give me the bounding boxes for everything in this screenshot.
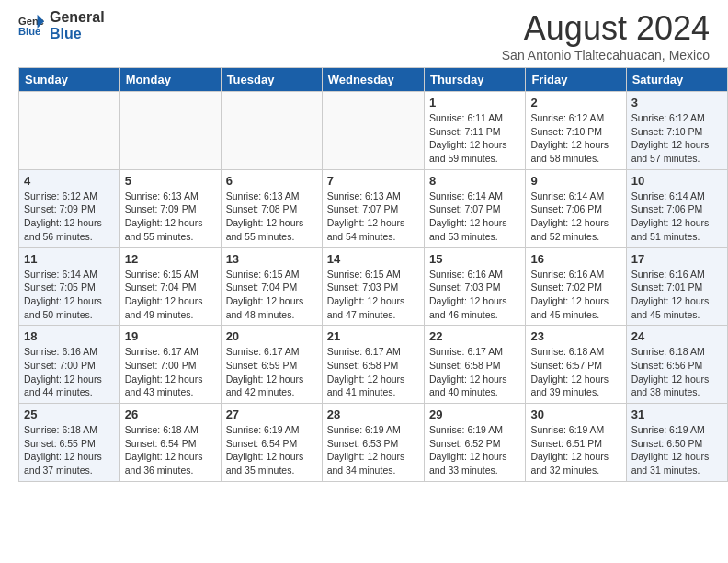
day-number: 26 <box>125 408 216 421</box>
day-info: Sunrise: 6:18 AM Sunset: 6:55 PM Dayligh… <box>24 423 115 477</box>
col-tuesday: Tuesday <box>221 68 322 92</box>
calendar-cell: 3Sunrise: 6:12 AM Sunset: 7:10 PM Daylig… <box>626 92 727 170</box>
logo-blue-text: Blue <box>50 26 105 42</box>
calendar-cell: 17Sunrise: 6:16 AM Sunset: 7:01 PM Dayli… <box>626 247 727 326</box>
day-info: Sunrise: 6:16 AM Sunset: 7:01 PM Dayligh… <box>631 268 722 322</box>
day-number: 3 <box>631 96 722 109</box>
day-info: Sunrise: 6:14 AM Sunset: 7:05 PM Dayligh… <box>24 268 115 322</box>
day-number: 8 <box>429 174 520 188</box>
calendar-cell: 26Sunrise: 6:18 AM Sunset: 6:54 PM Dayli… <box>119 404 221 482</box>
calendar-wrap: Sunday Monday Tuesday Wednesday Thursday… <box>0 67 728 491</box>
day-number: 28 <box>327 408 419 421</box>
calendar-cell: 14Sunrise: 6:15 AM Sunset: 7:03 PM Dayli… <box>322 247 424 326</box>
day-info: Sunrise: 6:15 AM Sunset: 7:04 PM Dayligh… <box>125 268 216 322</box>
day-number: 13 <box>226 252 317 266</box>
day-info: Sunrise: 6:13 AM Sunset: 7:09 PM Dayligh… <box>125 190 216 244</box>
day-number: 11 <box>24 252 115 266</box>
day-number: 9 <box>530 174 620 188</box>
calendar-cell: 28Sunrise: 6:19 AM Sunset: 6:53 PM Dayli… <box>322 404 424 482</box>
day-info: Sunrise: 6:17 AM Sunset: 6:58 PM Dayligh… <box>327 345 419 399</box>
calendar-cell: 22Sunrise: 6:17 AM Sunset: 6:58 PM Dayli… <box>424 326 525 404</box>
calendar-cell: 18Sunrise: 6:16 AM Sunset: 7:00 PM Dayli… <box>19 326 120 404</box>
day-number: 31 <box>631 408 722 421</box>
day-info: Sunrise: 6:15 AM Sunset: 7:04 PM Dayligh… <box>226 268 317 322</box>
calendar-cell <box>221 92 322 170</box>
calendar-week-row: 25Sunrise: 6:18 AM Sunset: 6:55 PM Dayli… <box>19 404 728 482</box>
col-monday: Monday <box>119 68 221 92</box>
calendar-cell: 20Sunrise: 6:17 AM Sunset: 6:59 PM Dayli… <box>221 326 322 404</box>
day-number: 2 <box>530 96 620 109</box>
calendar-cell: 12Sunrise: 6:15 AM Sunset: 7:04 PM Dayli… <box>119 247 221 326</box>
day-number: 22 <box>429 329 520 343</box>
day-info: Sunrise: 6:14 AM Sunset: 7:07 PM Dayligh… <box>429 190 520 244</box>
day-number: 24 <box>631 329 722 343</box>
calendar-week-row: 4Sunrise: 6:12 AM Sunset: 7:09 PM Daylig… <box>19 169 728 247</box>
day-number: 14 <box>327 252 419 266</box>
calendar-cell: 4Sunrise: 6:12 AM Sunset: 7:09 PM Daylig… <box>19 169 120 247</box>
logo-icon: General Blue <box>18 13 44 39</box>
calendar-week-row: 18Sunrise: 6:16 AM Sunset: 7:00 PM Dayli… <box>19 326 728 404</box>
day-number: 30 <box>530 408 620 421</box>
day-number: 6 <box>226 174 317 188</box>
day-info: Sunrise: 6:13 AM Sunset: 7:07 PM Dayligh… <box>327 190 419 244</box>
calendar-cell <box>119 92 221 170</box>
day-info: Sunrise: 6:19 AM Sunset: 6:50 PM Dayligh… <box>631 423 722 477</box>
month-year-title: August 2024 <box>502 9 710 48</box>
calendar-week-row: 11Sunrise: 6:14 AM Sunset: 7:05 PM Dayli… <box>19 247 728 326</box>
day-number: 1 <box>429 96 520 109</box>
day-info: Sunrise: 6:16 AM Sunset: 7:03 PM Dayligh… <box>429 268 520 322</box>
day-info: Sunrise: 6:19 AM Sunset: 6:52 PM Dayligh… <box>429 423 520 477</box>
day-number: 21 <box>327 329 419 343</box>
calendar-cell: 19Sunrise: 6:17 AM Sunset: 7:00 PM Dayli… <box>119 326 221 404</box>
day-number: 29 <box>429 408 520 421</box>
calendar-cell <box>19 92 120 170</box>
day-number: 15 <box>429 252 520 266</box>
day-info: Sunrise: 6:12 AM Sunset: 7:10 PM Dayligh… <box>631 111 722 166</box>
day-number: 25 <box>24 408 115 421</box>
day-number: 17 <box>631 252 722 266</box>
day-number: 27 <box>226 408 317 421</box>
calendar-cell: 10Sunrise: 6:14 AM Sunset: 7:06 PM Dayli… <box>626 169 727 247</box>
day-number: 7 <box>327 174 419 188</box>
day-number: 23 <box>530 329 620 343</box>
calendar-header-row: Sunday Monday Tuesday Wednesday Thursday… <box>19 68 728 92</box>
day-number: 18 <box>24 329 115 343</box>
calendar-cell: 27Sunrise: 6:19 AM Sunset: 6:54 PM Dayli… <box>221 404 322 482</box>
day-info: Sunrise: 6:18 AM Sunset: 6:57 PM Dayligh… <box>530 345 620 399</box>
day-info: Sunrise: 6:14 AM Sunset: 7:06 PM Dayligh… <box>631 190 722 244</box>
calendar-cell: 31Sunrise: 6:19 AM Sunset: 6:50 PM Dayli… <box>626 404 727 482</box>
calendar-cell <box>322 92 424 170</box>
day-info: Sunrise: 6:16 AM Sunset: 7:00 PM Dayligh… <box>24 345 115 399</box>
calendar-cell: 15Sunrise: 6:16 AM Sunset: 7:03 PM Dayli… <box>424 247 525 326</box>
calendar-cell: 30Sunrise: 6:19 AM Sunset: 6:51 PM Dayli… <box>526 404 626 482</box>
day-info: Sunrise: 6:17 AM Sunset: 7:00 PM Dayligh… <box>125 345 216 399</box>
calendar-cell: 16Sunrise: 6:16 AM Sunset: 7:02 PM Dayli… <box>526 247 626 326</box>
day-info: Sunrise: 6:19 AM Sunset: 6:54 PM Dayligh… <box>226 423 317 477</box>
day-number: 4 <box>24 174 115 188</box>
col-saturday: Saturday <box>626 68 727 92</box>
calendar-cell: 2Sunrise: 6:12 AM Sunset: 7:10 PM Daylig… <box>526 92 626 170</box>
day-number: 16 <box>530 252 620 266</box>
calendar-cell: 24Sunrise: 6:18 AM Sunset: 6:56 PM Dayli… <box>626 326 727 404</box>
calendar-cell: 13Sunrise: 6:15 AM Sunset: 7:04 PM Dayli… <box>221 247 322 326</box>
day-number: 19 <box>125 329 216 343</box>
calendar-cell: 23Sunrise: 6:18 AM Sunset: 6:57 PM Dayli… <box>526 326 626 404</box>
calendar-cell: 11Sunrise: 6:14 AM Sunset: 7:05 PM Dayli… <box>19 247 120 326</box>
logo-general-text: General <box>50 9 105 26</box>
day-info: Sunrise: 6:17 AM Sunset: 6:58 PM Dayligh… <box>429 345 520 399</box>
day-info: Sunrise: 6:19 AM Sunset: 6:53 PM Dayligh… <box>327 423 419 477</box>
col-wednesday: Wednesday <box>322 68 424 92</box>
day-info: Sunrise: 6:14 AM Sunset: 7:06 PM Dayligh… <box>530 190 620 244</box>
calendar-table: Sunday Monday Tuesday Wednesday Thursday… <box>18 67 728 482</box>
calendar-cell: 5Sunrise: 6:13 AM Sunset: 7:09 PM Daylig… <box>119 169 221 247</box>
logo: General Blue General Blue <box>18 9 105 41</box>
calendar-cell: 9Sunrise: 6:14 AM Sunset: 7:06 PM Daylig… <box>526 169 626 247</box>
day-number: 5 <box>125 174 216 188</box>
day-info: Sunrise: 6:12 AM Sunset: 7:10 PM Dayligh… <box>530 111 620 166</box>
day-number: 10 <box>631 174 722 188</box>
day-info: Sunrise: 6:16 AM Sunset: 7:02 PM Dayligh… <box>530 268 620 322</box>
day-info: Sunrise: 6:17 AM Sunset: 6:59 PM Dayligh… <box>226 345 317 399</box>
day-info: Sunrise: 6:11 AM Sunset: 7:11 PM Dayligh… <box>429 111 520 166</box>
day-info: Sunrise: 6:19 AM Sunset: 6:51 PM Dayligh… <box>530 423 620 477</box>
header: General Blue General Blue August 2024 Sa… <box>0 0 728 67</box>
